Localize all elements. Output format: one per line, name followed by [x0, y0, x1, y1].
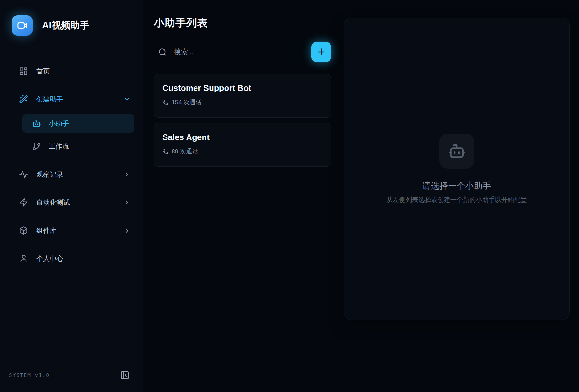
- chevron-right-icon: [123, 171, 130, 178]
- sidebar-item-label: 创建助手: [36, 95, 63, 104]
- assistant-cards: Customer Support Bot 154 次通话 Sales Agent…: [154, 74, 331, 167]
- search-input[interactable]: [174, 48, 311, 56]
- sidebar-item-label: 自动化测试: [36, 198, 70, 207]
- call-count-label: 89 次通话: [172, 147, 198, 156]
- sidebar-subitem-workflow[interactable]: 工作流: [22, 137, 134, 156]
- sidebar: AI视频助手 首页 创建助手 小助手: [0, 0, 143, 392]
- sidebar-collapse-button[interactable]: [120, 370, 130, 380]
- magic-wand-icon: [19, 95, 28, 104]
- assistant-card[interactable]: Sales Agent 89 次通话: [154, 123, 331, 167]
- robot-icon: [448, 142, 466, 160]
- app-title: AI视频助手: [42, 19, 89, 32]
- phone-icon: [162, 149, 168, 154]
- sidebar-item-profile[interactable]: 个人中心: [8, 249, 134, 268]
- sidebar-header: AI视频助手: [0, 0, 143, 51]
- app-logo: [12, 15, 33, 36]
- sidebar-subitem-label: 小助手: [49, 119, 69, 128]
- phone-icon: [162, 100, 168, 105]
- video-camera-icon: [17, 20, 28, 31]
- dashboard-icon: [19, 67, 28, 76]
- chevron-right-icon: [123, 199, 130, 206]
- assistant-card[interactable]: Customer Support Bot 154 次通话: [154, 74, 331, 118]
- sidebar-item-label: 个人中心: [36, 254, 63, 263]
- user-icon: [19, 254, 28, 263]
- workflow-icon: [32, 142, 41, 151]
- sidebar-subitem-assistants[interactable]: 小助手: [22, 114, 134, 133]
- sidebar-nav: 首页 创建助手 小助手 工作流: [0, 51, 143, 358]
- plus-icon: [316, 47, 326, 57]
- chevron-right-icon: [123, 227, 130, 234]
- sidebar-item-label: 组件库: [36, 226, 56, 235]
- assistant-name: Sales Agent: [162, 132, 323, 142]
- add-assistant-button[interactable]: [311, 42, 331, 62]
- sidebar-footer: SYSTEM v1.0: [0, 358, 143, 392]
- detail-panel: 请选择一个小助手 从左侧列表选择或创建一个新的小助手以开始配置: [344, 18, 570, 320]
- sidebar-item-create-assistant[interactable]: 创建助手: [8, 90, 134, 108]
- chevron-down-icon: [123, 96, 130, 103]
- panel-collapse-icon: [120, 370, 130, 380]
- sidebar-item-component-library[interactable]: 组件库: [8, 221, 134, 240]
- call-count-label: 154 次通话: [172, 98, 202, 107]
- sidebar-item-label: 观察记录: [36, 170, 63, 179]
- sidebar-item-label: 首页: [36, 67, 50, 76]
- box-icon: [19, 226, 28, 235]
- activity-icon: [19, 170, 28, 179]
- page-title: 小助手列表: [154, 16, 331, 30]
- create-assistant-submenu: 小助手 工作流: [18, 114, 134, 156]
- sidebar-subitem-label: 工作流: [49, 142, 69, 151]
- assistant-name: Customer Support Bot: [162, 83, 323, 93]
- search-icon: [158, 48, 167, 56]
- sidebar-item-home[interactable]: 首页: [8, 62, 134, 80]
- empty-state-icon-box: [439, 134, 474, 169]
- main-area: 小助手列表 Customer Support Bot 154 次通话: [143, 0, 579, 392]
- assistant-list-column: 小助手列表 Customer Support Bot 154 次通话: [154, 0, 331, 167]
- assistant-call-count: 154 次通话: [162, 98, 323, 107]
- empty-state-title: 请选择一个小助手: [422, 180, 491, 192]
- robot-icon: [32, 119, 41, 128]
- sidebar-item-automated-testing[interactable]: 自动化测试: [8, 193, 134, 212]
- assistant-call-count: 89 次通话: [162, 147, 323, 156]
- empty-state-subtitle: 从左侧列表选择或创建一个新的小助手以开始配置: [387, 196, 527, 204]
- search-row: [154, 42, 331, 62]
- sidebar-item-observation-logs[interactable]: 观察记录: [8, 165, 134, 184]
- zap-icon: [19, 198, 28, 207]
- system-version: SYSTEM v1.0: [9, 372, 50, 378]
